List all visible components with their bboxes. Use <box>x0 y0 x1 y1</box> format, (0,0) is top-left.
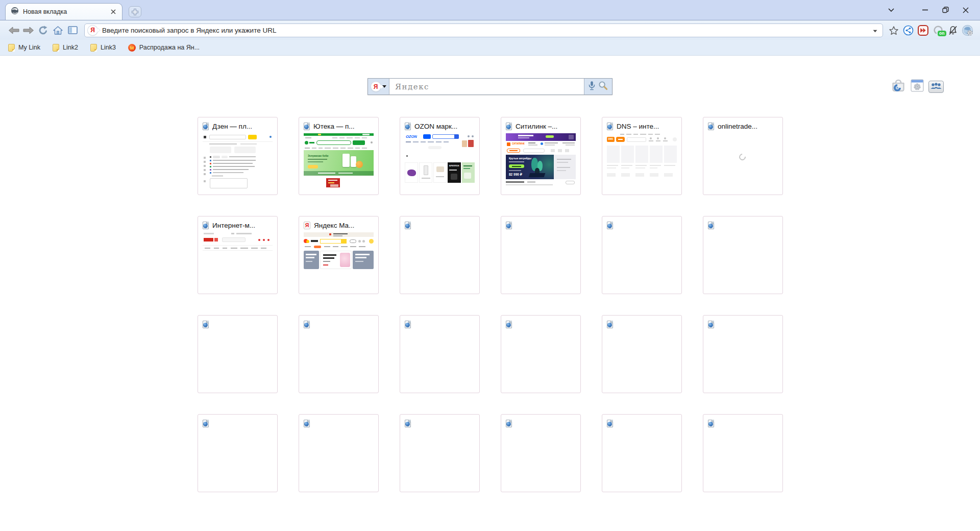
fast-forward-icon <box>918 25 928 36</box>
webstore-bag-icon[interactable] <box>891 79 906 94</box>
page-globe-icon <box>304 321 310 328</box>
window-controls <box>881 0 976 20</box>
speed-dial-tile-empty[interactable] <box>602 315 682 393</box>
close-window-button[interactable] <box>955 3 976 18</box>
search-actions <box>584 79 612 94</box>
speed-dial-tile-citilink[interactable]: Ситилинк –... СИТИЛИНК <box>501 117 581 195</box>
loading-spinner-icon <box>738 152 747 161</box>
sidebar-panel-button[interactable] <box>65 22 80 38</box>
speed-dial-tile-ozon[interactable]: OZON марк... OZON <box>400 117 480 195</box>
yandex-search-widget: Я Яндекс <box>368 78 612 95</box>
speed-dial-tile-empty[interactable] <box>400 315 480 393</box>
search-input[interactable]: Яндекс <box>389 79 584 94</box>
plus-icon <box>131 8 139 16</box>
yandex-market-icon: М <box>128 44 136 52</box>
speed-dial-tile-empty[interactable] <box>299 414 379 492</box>
tab-search-chevron-icon[interactable] <box>881 3 901 18</box>
sidebar-panel-icon <box>68 26 78 34</box>
speed-dial-tile-empty[interactable] <box>400 216 480 294</box>
speed-dial-tile-empty[interactable] <box>703 216 783 294</box>
settings-window-icon[interactable] <box>911 79 924 94</box>
speed-dial-tile-empty[interactable] <box>501 414 581 492</box>
profile-avatar-button[interactable] <box>960 22 975 38</box>
page-globe-icon <box>506 321 512 328</box>
profile-globe-gear-icon <box>962 25 973 36</box>
speed-dial-tile-empty[interactable] <box>400 414 480 492</box>
tab-favicon-globe-icon <box>11 7 19 17</box>
page-globe-icon <box>607 222 613 229</box>
speed-dial-tile-empty[interactable] <box>703 315 783 393</box>
speed-dial-tile-empty[interactable] <box>602 216 682 294</box>
ozon-thumbnail: OZON <box>405 133 475 184</box>
share-icon <box>903 25 914 36</box>
back-button[interactable] <box>6 22 21 38</box>
bookmark-link2[interactable]: Link2 <box>53 44 78 52</box>
bookmark-page-icon <box>8 44 15 52</box>
new-tab-button[interactable] <box>129 6 141 17</box>
bookmark-page-icon <box>90 44 97 52</box>
tab-close-icon[interactable] <box>109 8 117 16</box>
search-engine-selector[interactable]: Я <box>368 79 389 94</box>
voice-search-icon[interactable] <box>589 81 595 92</box>
speed-dial-tile-empty[interactable] <box>299 315 379 393</box>
people-icon <box>929 82 943 91</box>
dzen-thumbnail <box>203 133 273 189</box>
page-globe-icon <box>203 123 209 130</box>
internet-store-thumbnail <box>203 232 273 263</box>
yandex-favicon: Я <box>304 222 310 229</box>
bookmark-star-button[interactable] <box>886 22 901 38</box>
bookmark-link3[interactable]: Link3 <box>90 44 116 52</box>
fast-forward-extension-button[interactable] <box>916 22 930 38</box>
speed-dial-tile-onlinetrade[interactable]: onlinetrade... <box>703 117 783 195</box>
page-globe-icon <box>405 420 411 427</box>
page-globe-icon <box>708 420 714 427</box>
speed-dial-tile-yandex-market[interactable]: Я Яндекс Ма... <box>299 216 379 294</box>
page-globe-icon <box>203 321 209 328</box>
speed-dial-tile-empty[interactable] <box>602 414 682 492</box>
speed-dial-tile-uteka[interactable]: Ютека — п... <box>299 117 379 195</box>
navigation-toolbar: Я Введите поисковый запрос в Яндекс или … <box>0 20 980 40</box>
share-extension-button[interactable] <box>901 22 916 38</box>
bell-off-icon <box>948 26 958 35</box>
page-globe-icon <box>607 420 613 427</box>
page-globe-icon <box>405 123 411 130</box>
minimize-button[interactable] <box>915 3 935 18</box>
bookmark-my-link[interactable]: My Link <box>8 44 40 52</box>
tab-title: Новая вкладка <box>23 8 105 15</box>
page-globe-icon <box>708 123 714 130</box>
speed-dial-tile-empty[interactable] <box>198 414 278 492</box>
page-globe-icon <box>506 222 512 229</box>
address-bar[interactable]: Я Введите поисковый запрос в Яндекс или … <box>84 23 883 37</box>
page-globe-icon <box>405 222 411 229</box>
speed-dial-tile-internet-store[interactable]: Интернет-м... <box>198 216 278 294</box>
bookmark-yandex-market-sale[interactable]: М Распродажа на Ян... <box>128 44 200 52</box>
page-globe-icon <box>607 321 613 328</box>
restore-button[interactable] <box>935 3 955 18</box>
url-dropdown-chevron-icon[interactable] <box>873 26 877 35</box>
notifications-blocked-button[interactable] <box>945 22 960 38</box>
page-globe-icon <box>304 123 310 130</box>
reload-button[interactable] <box>36 22 51 38</box>
adblock-extension-button[interactable]: on <box>930 22 945 38</box>
forward-arrow-icon <box>23 27 34 34</box>
speed-dial-tile-empty[interactable] <box>703 414 783 492</box>
reload-icon <box>38 26 48 35</box>
url-placeholder[interactable]: Введите поисковый запрос в Яндекс или ук… <box>102 27 868 34</box>
search-submit-icon[interactable] <box>598 81 608 92</box>
speed-dial-tile-empty[interactable] <box>501 216 581 294</box>
forward-button[interactable] <box>21 22 36 38</box>
loading-thumbnail <box>708 133 778 189</box>
speed-dial-tile-dzen[interactable]: Дзен — пл... <box>198 117 278 195</box>
speed-dial-grid: Дзен — пл... <box>198 117 783 492</box>
page-globe-icon <box>203 420 209 427</box>
speed-dial-tile-empty[interactable] <box>198 315 278 393</box>
profiles-people-button[interactable] <box>928 81 944 93</box>
speed-dial-tile-dns[interactable]: DNS – инте... DNS <box>602 117 682 195</box>
page-globe-icon <box>304 420 310 427</box>
active-tab[interactable]: Новая вкладка <box>5 3 122 20</box>
uteka-thumbnail: Эспумизан бэби <box>304 133 374 189</box>
home-icon <box>53 26 63 35</box>
speed-dial-tile-empty[interactable] <box>501 315 581 393</box>
page-globe-icon <box>506 420 512 427</box>
home-button[interactable] <box>51 22 65 38</box>
